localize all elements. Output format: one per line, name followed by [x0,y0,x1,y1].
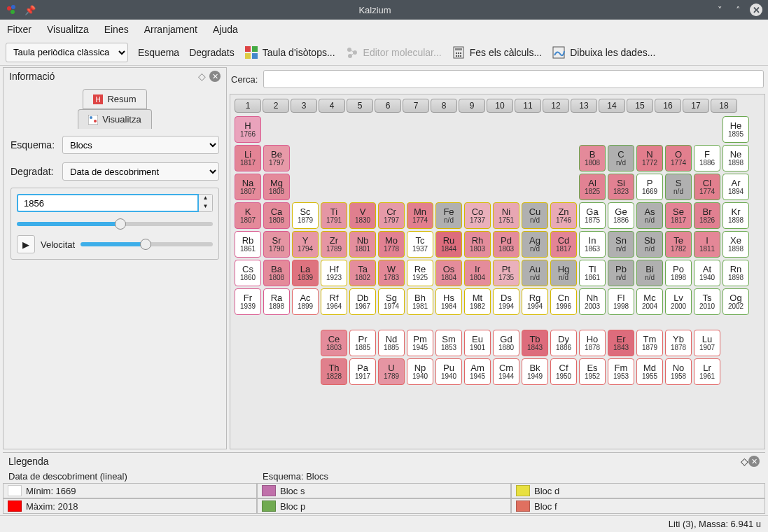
element-Fr[interactable]: Fr1939 [235,288,261,315]
element-Cl[interactable]: Cl1774 [694,174,720,200]
year-input[interactable] [17,194,199,212]
element-Cn[interactable]: Cn1996 [550,288,577,315]
group-header-18[interactable]: 18 [711,99,737,113]
element-Lu[interactable]: Lu1907 [694,330,720,356]
group-header-17[interactable]: 17 [683,99,709,113]
maximize-button[interactable]: ˄ [732,4,744,16]
legend-detach-icon[interactable]: ◇ [741,456,748,467]
group-header-3[interactable]: 3 [291,99,317,113]
tab-view[interactable]: Visualitza [78,109,151,129]
element-Tl[interactable]: Tl1861 [579,260,606,286]
element-Te[interactable]: Te1782 [665,231,692,258]
element-Dy[interactable]: Dy1886 [550,330,577,356]
element-Cr[interactable]: Cr1797 [378,202,405,229]
element-Lr[interactable]: Lr1961 [694,358,720,385]
element-Y[interactable]: Y1794 [292,231,319,258]
pin-icon[interactable]: 📌 [24,4,36,16]
element-Kr[interactable]: Kr1898 [722,202,749,229]
menu-view[interactable]: Visualitza [47,24,89,35]
element-He[interactable]: He1895 [722,116,749,143]
element-No[interactable]: No1958 [665,358,692,385]
element-Md[interactable]: Md1955 [636,358,663,385]
element-O[interactable]: O1774 [665,145,692,172]
element-Th[interactable]: Th1828 [321,358,347,385]
element-Ca[interactable]: Ca1808 [263,202,290,229]
element-Mt[interactable]: Mt1982 [464,288,491,315]
element-Cf[interactable]: Cf1950 [550,358,577,385]
element-I[interactable]: I1811 [694,231,720,258]
group-header-15[interactable]: 15 [627,99,653,113]
group-header-4[interactable]: 4 [319,99,345,113]
scheme-menu[interactable]: Esquema [138,47,179,58]
group-header-11[interactable]: 11 [515,99,541,113]
search-input[interactable] [263,70,764,88]
element-Bh[interactable]: Bh1981 [407,288,433,315]
element-Sr[interactable]: Sr1790 [263,231,290,258]
element-Os[interactable]: Os1804 [435,260,462,286]
element-Rf[interactable]: Rf1964 [321,288,347,315]
element-Rn[interactable]: Rn1898 [722,260,749,286]
element-Sg[interactable]: Sg1974 [378,288,405,315]
element-Hg[interactable]: Hgn/d [550,260,577,286]
element-Zr[interactable]: Zr1789 [321,231,347,258]
element-As[interactable]: Asn/d [636,202,663,229]
year-spinner[interactable]: ▲▼ [199,194,213,212]
element-V[interactable]: V1830 [349,202,376,229]
element-Al[interactable]: Al1825 [579,174,606,200]
element-Pb[interactable]: Pbn/d [608,260,634,286]
group-header-10[interactable]: 10 [487,99,513,113]
element-At[interactable]: At1940 [694,260,720,286]
element-Ts[interactable]: Ts2010 [694,288,720,315]
element-Nh[interactable]: Nh2003 [579,288,606,315]
group-header-12[interactable]: 12 [543,99,569,113]
element-U[interactable]: U1789 [378,358,405,385]
isotope-table-button[interactable]: Taula d'isòtops... [244,46,335,59]
element-Er[interactable]: Er1843 [608,330,634,356]
menu-file[interactable]: Fitxer [7,24,32,35]
element-Pd[interactable]: Pd1803 [493,231,519,258]
element-Tb[interactable]: Tb1843 [522,330,548,356]
element-Pa[interactable]: Pa1917 [349,358,376,385]
element-Na[interactable]: Na1807 [235,174,261,200]
group-header-7[interactable]: 7 [403,99,429,113]
element-La[interactable]: La1839 [292,260,319,286]
element-Mc[interactable]: Mc2004 [636,288,663,315]
element-Ar[interactable]: Ar1894 [722,174,749,200]
element-Ga[interactable]: Ga1875 [579,202,606,229]
element-Be[interactable]: Be1797 [263,145,290,172]
element-Si[interactable]: Si1823 [608,174,634,200]
element-Sn[interactable]: Snn/d [608,231,634,258]
table-type-dropdown[interactable]: Taula periòdica clàssica [6,43,128,62]
element-Sc[interactable]: Sc1879 [292,202,319,229]
gradients-menu[interactable]: Degradats [189,47,235,58]
group-header-16[interactable]: 16 [655,99,681,113]
element-Ba[interactable]: Ba1808 [263,260,290,286]
element-Cu[interactable]: Cun/d [522,202,548,229]
plot-button[interactable]: Dibuixa les dades... [552,46,655,59]
element-Fl[interactable]: Fl1998 [608,288,634,315]
element-Lv[interactable]: Lv2000 [665,288,692,315]
element-Zn[interactable]: Zn1746 [550,202,577,229]
element-Tm[interactable]: Tm1879 [636,330,663,356]
element-W[interactable]: W1783 [378,260,405,286]
close-panel-icon[interactable]: ✕ [209,71,221,82]
element-Nb[interactable]: Nb1801 [349,231,376,258]
group-header-14[interactable]: 14 [599,99,625,113]
element-Ag[interactable]: Agn/d [522,231,548,258]
gradient-select[interactable]: Data de descobriment [62,162,219,181]
element-Cs[interactable]: Cs1860 [235,260,261,286]
menu-tools[interactable]: Eines [104,24,129,35]
element-Ne[interactable]: Ne1898 [722,145,749,172]
element-Sm[interactable]: Sm1853 [435,330,462,356]
element-Ir[interactable]: Ir1804 [464,260,491,286]
element-Ge[interactable]: Ge1886 [608,202,634,229]
element-Ta[interactable]: Ta1802 [349,260,376,286]
element-Hs[interactable]: Hs1984 [435,288,462,315]
element-Se[interactable]: Se1817 [665,202,692,229]
group-header-8[interactable]: 8 [431,99,457,113]
element-Rg[interactable]: Rg1994 [522,288,548,315]
menu-help[interactable]: Ajuda [213,24,238,35]
element-Ti[interactable]: Ti1791 [321,202,347,229]
element-C[interactable]: Cn/d [608,145,634,172]
element-Ni[interactable]: Ni1751 [493,202,519,229]
